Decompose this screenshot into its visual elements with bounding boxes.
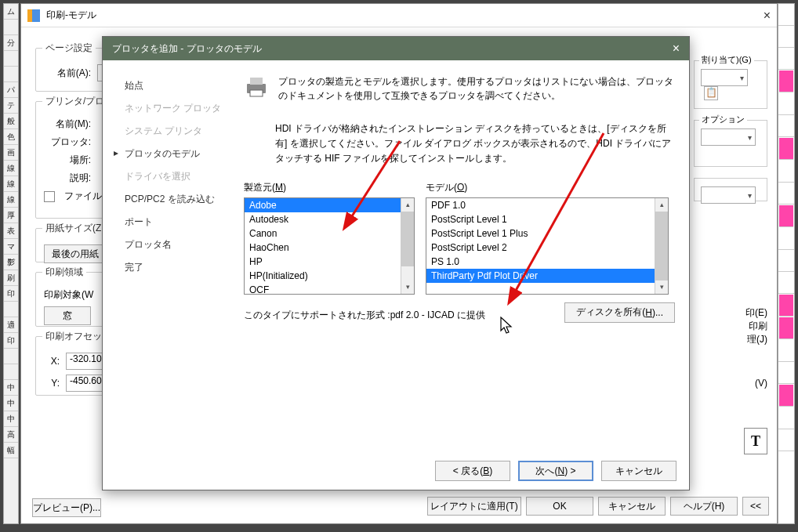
wizard-title: プロッタを追加 - プロッタのモデル — [112, 42, 262, 56]
wizard-top-text: プロッタの製造元とモデルを選択します。使用するプロッタはリストにない場合は、プロ… — [278, 74, 675, 103]
printer-name-label: 名前(M): — [44, 118, 91, 131]
preview-button[interactable]: プレビュー(P)... — [32, 498, 101, 517]
print-dialog-titlebar: 印刷-モデル × — [21, 4, 777, 27]
plotter-label: プロッタ: — [44, 136, 91, 149]
description-label: 説明: — [44, 172, 91, 185]
model-listbox[interactable]: PDF 1.0PostScript Level 1PostScript Leve… — [426, 197, 669, 295]
model-label: モデル(O) — [426, 181, 669, 194]
manufacturer-item[interactable]: Canon — [245, 226, 414, 241]
manufacturer-listbox[interactable]: AdobeAutodeskCanonHaoChenHPHP(Initialize… — [244, 197, 415, 295]
add-plotter-wizard: プロッタを追加 - プロッタのモデル × 始点 ネットワーク プロッタ システム… — [102, 36, 690, 490]
svg-rect-1 — [250, 78, 263, 85]
next-button[interactable]: 次へ(N) > — [518, 461, 593, 481]
manufacturer-item[interactable]: OCF — [245, 283, 414, 295]
step-pcp: PCP/PC2 を読み込む — [114, 188, 233, 211]
print-target-combo[interactable]: 窓 — [44, 306, 91, 325]
wizard-titlebar: プロッタを追加 - プロッタのモデル × — [103, 37, 689, 60]
location-label: 場所: — [44, 154, 91, 167]
manufacturer-item[interactable]: HP — [245, 255, 414, 269]
model-item[interactable]: PostScript Level 1 — [426, 212, 668, 226]
collapse-button[interactable]: << — [742, 497, 769, 516]
v-label: (V) — [694, 378, 767, 389]
app-icon — [27, 9, 40, 22]
manufacturer-item[interactable]: HP(Initialized) — [245, 269, 414, 283]
page-name-label: 名前(A): — [44, 67, 91, 80]
x-label: X: — [44, 356, 60, 367]
step-name: プロッタ名 — [114, 233, 233, 256]
manufacturer-item[interactable]: Adobe — [245, 198, 414, 212]
paper-size-button[interactable]: 最後の用紙 — [44, 244, 107, 263]
manufacturer-item[interactable]: Autodesk — [245, 212, 414, 226]
step-model: プロッタのモデル — [114, 143, 233, 165]
model-item[interactable]: PostScript Level 1 Plus — [426, 226, 668, 241]
open-plotter-icon[interactable]: 📋 — [704, 86, 718, 100]
text-tool-icon[interactable]: T — [744, 428, 767, 454]
assignment-legend: 割り当て)(G) — [699, 54, 754, 66]
model-item[interactable]: PostScript Level 2 — [426, 241, 668, 255]
print-partial-label: 印刷 — [694, 320, 767, 333]
step-port: ポート — [114, 211, 233, 233]
print-target-label: 印刷対象(W — [44, 288, 93, 302]
y-label: Y: — [44, 378, 60, 389]
step-finish: 完了 — [114, 256, 233, 279]
wizard-hint-text: HDI ドライバが格納されたインストレーション ディスクを持っているときは、[デ… — [275, 121, 675, 167]
assignment-combo[interactable] — [701, 69, 748, 86]
left-panel-strip: ム分パテ般色画線線線厚表マデ影刷印適印中中中高幅 — [3, 3, 19, 524]
manufacturer-label: 製造元(M) — [244, 181, 415, 194]
own-disk-button[interactable]: ディスクを所有(H)... — [564, 302, 675, 323]
apply-layout-button[interactable]: レイアウトに適用(T) — [427, 497, 521, 516]
model-item[interactable]: PS 1.0 — [426, 255, 668, 269]
print-e-label: 印(E) — [694, 306, 767, 320]
step-start: 始点 — [114, 74, 233, 97]
support-format-text: このタイプにサポートされた形式 :pdf 2.0 - IJCAD に提供 — [244, 309, 485, 322]
right-panel-strip — [778, 3, 795, 524]
printer-icon — [244, 74, 269, 100]
print-area-legend: 印刷領域 — [42, 266, 86, 279]
print-to-file-checkbox[interactable] — [44, 191, 55, 202]
paper-size-legend: 用紙サイズ(Z — [42, 222, 104, 235]
option-combo-2[interactable] — [701, 186, 756, 204]
wizard-step-nav: 始点 ネットワーク プロッタ システム プリンタ プロッタのモデル ドライバを選… — [103, 60, 244, 452]
right-panel-groups: 割り当て)(G) 📋 オプション 印(E) 印刷 理(J) (V) T — [694, 60, 767, 454]
print-dialog-title: 印刷-モデル — [46, 9, 96, 22]
help-button[interactable]: ヘルプ(H) — [670, 497, 738, 516]
back-button[interactable]: < 戻る(B) — [435, 461, 510, 481]
cancel-button[interactable]: キャンセル — [598, 497, 666, 516]
wizard-cancel-button[interactable]: キャンセル — [601, 461, 676, 481]
step-system: システム プリンタ — [114, 120, 233, 143]
model-item[interactable]: PDF 1.0 — [426, 198, 668, 212]
svg-rect-2 — [250, 90, 263, 96]
manufacturer-item[interactable]: HaoChen — [245, 241, 414, 255]
step-network: ネットワーク プロッタ — [114, 97, 233, 120]
model-item[interactable]: ThirdParty Pdf Plot Driver — [426, 269, 668, 283]
page-settings-legend: ページ設定 — [42, 42, 96, 55]
ok-button[interactable]: OK — [526, 497, 593, 516]
option-legend: オプション — [699, 114, 747, 125]
bottom-button-row: レイアウトに適用(T) OK キャンセル ヘルプ(H) << — [427, 497, 769, 516]
wizard-footer: < 戻る(B) 次へ(N) > キャンセル — [103, 452, 689, 490]
step-driver: ドライバを選択 — [114, 165, 233, 188]
close-icon[interactable]: × — [764, 9, 771, 23]
option-combo[interactable] — [701, 128, 756, 146]
print-to-file-label: ファイル — [64, 190, 102, 203]
wizard-close-icon[interactable]: × — [673, 42, 680, 56]
ri-j-label: 理(J) — [694, 333, 767, 346]
wizard-main-panel: プロッタの製造元とモデルを選択します。使用するプロッタはリストにない場合は、プロ… — [244, 60, 689, 452]
